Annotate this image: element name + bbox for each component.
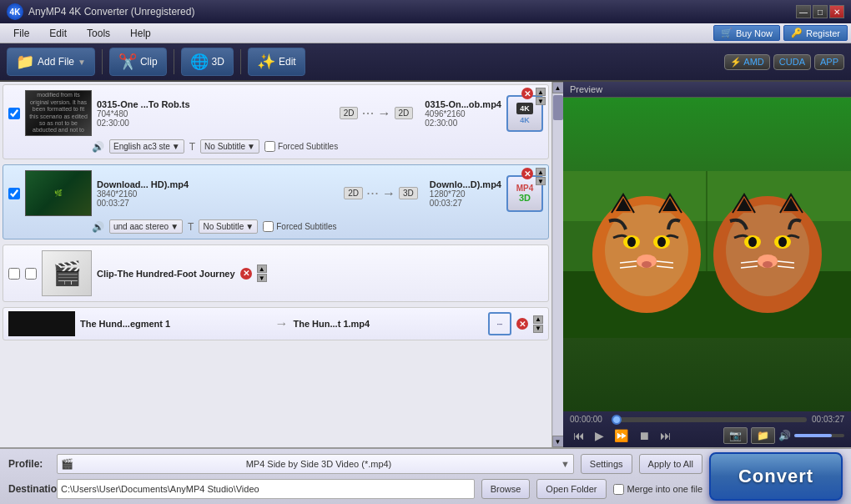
audio-select-1[interactable]: English ac3 ste ▼ xyxy=(109,139,184,154)
scroll-up-btn[interactable]: ▲ xyxy=(552,82,564,93)
scroll-btns-2: ▲ ▼ xyxy=(536,168,546,185)
file-item-2-header: 🌿 Download... HD).mp4 3840*2160 00:03:27… xyxy=(8,170,543,216)
fast-forward-button[interactable]: ⏩ xyxy=(611,427,632,444)
volume-slider[interactable] xyxy=(794,434,844,437)
vertical-scrollbar[interactable]: ▲ ▼ xyxy=(551,82,563,447)
preview-video xyxy=(563,98,851,411)
app-badge: CUDA xyxy=(773,54,811,70)
toolbar-separator-1 xyxy=(102,49,103,74)
scroll-up-3[interactable]: ▲ xyxy=(257,265,267,273)
scroll-up-2[interactable]: ▲ xyxy=(536,168,546,176)
time-end: 00:03:27 xyxy=(812,415,844,424)
merge-checkbox[interactable] xyxy=(613,484,624,495)
file-checkbox-2[interactable] xyxy=(8,188,20,199)
forced-sub-1: Forced Subtitles xyxy=(264,141,338,152)
forced-sub-2: Forced Subtitles xyxy=(263,221,336,232)
scroll-up-1[interactable]: ▲ xyxy=(536,88,546,96)
forced-checkbox-2[interactable] xyxy=(263,221,274,232)
logo-text: 4K xyxy=(10,8,21,17)
audio-icon-1: 🔊 xyxy=(92,141,104,153)
next-button[interactable]: ⏭ xyxy=(657,427,675,444)
control-buttons: ⏮ ▶ ⏩ ⏹ ⏭ 📷 📁 🔊 xyxy=(570,427,844,444)
delete-btn-3[interactable]: ✕ xyxy=(240,268,252,280)
tiger-preview-image xyxy=(563,98,851,411)
output-info-2: Downlo...D).mp4 1280*720 00:03:27 xyxy=(430,179,501,208)
stop-button[interactable]: ⏹ xyxy=(635,427,653,444)
file-duration-2: 00:03:27 xyxy=(97,199,332,208)
scroll-down-1[interactable]: ▼ xyxy=(536,97,546,105)
clip-item-3: 🎬 Clip-The Hundred-Foot Journey ✕ ▲ ▼ xyxy=(3,244,549,302)
delete-btn-2[interactable]: ✕ xyxy=(521,168,533,179)
file-list: This file has been modified from its ori… xyxy=(0,82,551,447)
file-list-container: This file has been modified from its ori… xyxy=(0,82,563,447)
file-item-2-footer: 🔊 und aac stereo ▼ T No Subtitle ▼ Force… xyxy=(8,219,543,234)
film-icon-3: 🎬 xyxy=(53,260,82,287)
profile-value: MP4 Side by Side 3D Video (*.mp4) xyxy=(246,459,392,469)
menu-file[interactable]: File xyxy=(3,26,39,41)
close-button[interactable]: ✕ xyxy=(829,5,844,18)
clip-checkbox-3b[interactable] xyxy=(25,268,37,280)
mode-from-2: 2D xyxy=(344,187,363,199)
menu-items: File Edit Tools Help xyxy=(3,26,161,41)
scroll-up-4[interactable]: ▲ xyxy=(533,315,543,324)
prev-button[interactable]: ⏮ xyxy=(570,427,588,444)
edit-button[interactable]: ✨ Edit xyxy=(248,48,305,76)
file-info-2: Download... HD).mp4 3840*2160 00:03:27 xyxy=(97,179,332,208)
settings-button[interactable]: Settings xyxy=(581,454,632,474)
svg-point-8 xyxy=(657,237,666,247)
file-duration-1: 02:30:00 xyxy=(97,118,328,128)
audio-select-2[interactable]: und aac stereo ▼ xyxy=(109,219,183,234)
delete-btn-4[interactable]: ✕ xyxy=(516,318,528,330)
badge-top-1: 4K xyxy=(516,103,533,114)
scroll-down-4[interactable]: ▼ xyxy=(533,325,543,333)
convert-button[interactable]: Convert xyxy=(709,452,843,501)
clip-button[interactable]: ✂️ Clip xyxy=(109,48,167,76)
maximize-button[interactable]: □ xyxy=(813,5,828,18)
clip-checkbox-3[interactable] xyxy=(8,268,20,280)
subtitle-icon-2: T xyxy=(188,221,194,233)
subtitle-select-2[interactable]: No Subtitle ▼ xyxy=(199,219,258,234)
register-button[interactable]: 🔑 Register xyxy=(783,25,848,41)
menu-help[interactable]: Help xyxy=(120,26,161,41)
volume-icon: 🔊 xyxy=(778,430,791,441)
progress-bar[interactable] xyxy=(617,417,807,422)
title-bar-left: 4K AnyMP4 4K Converter (Unregistered) xyxy=(7,3,194,20)
file-item-2: 🌿 Download... HD).mp4 3840*2160 00:03:27… xyxy=(3,164,549,239)
badge-mp4-2: MP4 xyxy=(516,184,534,193)
play-button[interactable]: ▶ xyxy=(592,427,607,444)
delete-btn-1[interactable]: ✕ xyxy=(521,88,533,99)
scroll-down-2[interactable]: ▼ xyxy=(536,177,546,185)
file-checkbox-1[interactable] xyxy=(8,108,20,119)
minimize-button[interactable]: — xyxy=(796,5,811,18)
file-name-1: 0315-One ...To Rob.ts xyxy=(97,99,328,109)
3d-button[interactable]: 🌐 3D xyxy=(181,48,234,76)
browse-button[interactable]: Browse xyxy=(481,479,531,499)
apply-all-button[interactable]: Apply to All xyxy=(639,454,702,474)
output-dims-1: 4096*2160 xyxy=(425,109,501,118)
cuda-label: CUDA xyxy=(779,57,805,67)
file-name-2: Download... HD).mp4 xyxy=(97,179,332,189)
folder-button[interactable]: 📁 xyxy=(751,427,775,444)
audio-icon-2: 🔊 xyxy=(92,221,104,233)
file-item-4-header: The Hund...egment 1 → The Hun...t 1.mp4 … xyxy=(8,311,543,336)
forced-checkbox-1[interactable] xyxy=(264,141,275,152)
subtitle-select-1[interactable]: No Subtitle ▼ xyxy=(200,139,259,154)
output-duration-2: 00:03:27 xyxy=(430,199,501,208)
bottom-left: Profile: 🎬 MP4 Side by Side 3D Video (*.… xyxy=(8,454,702,499)
menu-tools[interactable]: Tools xyxy=(77,26,120,41)
add-file-button[interactable]: 📁 Add File ▼ xyxy=(7,48,95,76)
profile-format-icon: 🎬 xyxy=(61,458,73,470)
title-bar: 4K AnyMP4 4K Converter (Unregistered) — … xyxy=(0,0,851,23)
profile-select[interactable]: 🎬 MP4 Side by Side 3D Video (*.mp4) ▼ xyxy=(57,454,574,474)
dots-icon-2: ··· xyxy=(366,184,379,202)
snapshot-button[interactable]: 📷 xyxy=(723,427,748,444)
progress-thumb xyxy=(612,415,622,425)
menu-edit[interactable]: Edit xyxy=(39,26,77,41)
buy-now-button[interactable]: 🛒 Buy Now xyxy=(713,25,780,41)
toolbar-separator-3 xyxy=(240,49,241,74)
scroll-down-3[interactable]: ▼ xyxy=(257,274,267,282)
open-folder-button[interactable]: Open Folder xyxy=(536,479,606,499)
scroll-thumb[interactable] xyxy=(553,95,563,120)
dest-input[interactable] xyxy=(57,479,475,499)
scroll-down-btn[interactable]: ▼ xyxy=(552,436,564,447)
